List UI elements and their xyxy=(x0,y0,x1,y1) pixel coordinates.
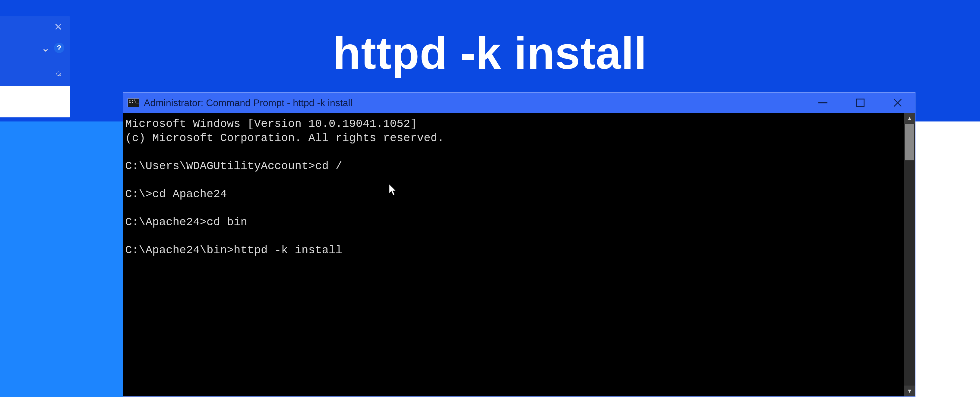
background-window: ✕ ⌄ ? ⌕ xyxy=(0,17,70,118)
command-prompt-titlebar[interactable]: Administrator: Command Prompt - httpd -k… xyxy=(123,93,915,113)
terminal-viewport: Microsoft Windows [Version 10.0.19041.10… xyxy=(123,113,915,396)
presentation-headline: httpd -k install xyxy=(0,27,980,79)
window-controls xyxy=(816,96,912,110)
close-button[interactable] xyxy=(891,96,905,110)
command-prompt-window: Administrator: Command Prompt - httpd -k… xyxy=(123,92,915,397)
svg-rect-1 xyxy=(857,99,864,107)
background-window-toolbar: ⌄ ? xyxy=(0,37,70,59)
scroll-down-button[interactable]: ▾ xyxy=(904,386,915,396)
scrollbar-thumb[interactable] xyxy=(905,124,914,160)
help-icon[interactable]: ? xyxy=(54,43,64,53)
scrollbar-vertical[interactable]: ▴ ▾ xyxy=(904,113,915,396)
scroll-up-button[interactable]: ▴ xyxy=(904,113,915,124)
background-window-titlebar: ✕ xyxy=(0,17,70,37)
background-window-body xyxy=(0,86,70,117)
chevron-down-icon[interactable]: ⌄ xyxy=(41,42,50,54)
terminal-output[interactable]: Microsoft Windows [Version 10.0.19041.10… xyxy=(123,113,904,396)
window-title: Administrator: Command Prompt - httpd -k… xyxy=(144,97,353,108)
left-accent-strip xyxy=(0,121,123,397)
minimize-button[interactable] xyxy=(816,96,830,110)
maximize-button[interactable] xyxy=(853,96,867,110)
close-icon[interactable]: ✕ xyxy=(54,22,62,31)
command-prompt-app-icon xyxy=(127,98,139,107)
background-window-search-row: ⌕ xyxy=(0,59,70,86)
search-icon[interactable]: ⌕ xyxy=(56,68,61,78)
svg-rect-0 xyxy=(818,102,827,103)
